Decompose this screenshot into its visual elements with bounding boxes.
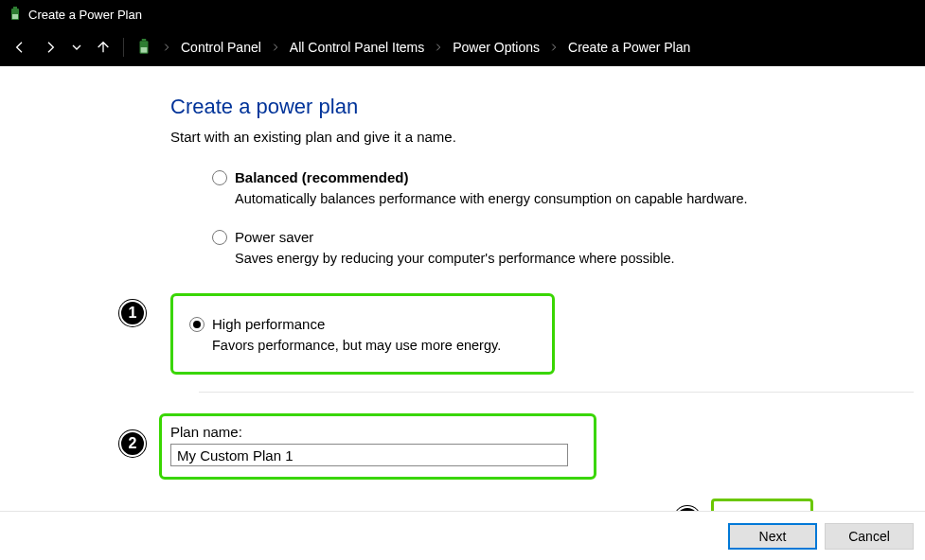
svg-rect-1 <box>13 7 17 9</box>
forward-button[interactable] <box>38 35 62 60</box>
divider <box>199 392 914 393</box>
battery-location-icon <box>135 39 152 56</box>
plan-desc: Favors performance, but may use more ene… <box>212 338 549 353</box>
breadcrumb-item[interactable]: All Control Panel Items <box>290 40 424 55</box>
plan-option-highperf[interactable]: High performance Favors performance, but… <box>189 316 549 353</box>
plan-option-powersaver[interactable]: Power saver Saves energy by reducing you… <box>212 229 875 266</box>
plan-desc: Automatically balances performance with … <box>235 191 875 206</box>
svg-rect-4 <box>142 39 147 41</box>
chevron-right-icon <box>162 40 171 55</box>
navbar: Control Panel All Control Panel Items Po… <box>0 28 925 66</box>
step-badge-2: 2 <box>119 430 146 457</box>
plan-name-label: Plan name: <box>170 424 587 440</box>
cancel-button[interactable]: Cancel <box>825 523 914 550</box>
page-title: Create a power plan <box>170 95 925 119</box>
plan-option-balanced[interactable]: Balanced (recommended) Automatically bal… <box>212 169 875 206</box>
plan-label: Power saver <box>235 229 313 245</box>
breadcrumb-item[interactable]: Power Options <box>453 40 540 55</box>
radio-balanced[interactable] <box>212 170 227 185</box>
radio-powersaver[interactable] <box>212 230 227 245</box>
chevron-right-icon <box>434 40 443 55</box>
breadcrumb-item[interactable]: Control Panel <box>181 40 261 55</box>
page-subtitle: Start with an existing plan and give it … <box>170 129 925 145</box>
svg-rect-2 <box>12 14 18 19</box>
chevron-right-icon <box>549 40 559 55</box>
recent-locations-button[interactable] <box>68 35 85 60</box>
battery-app-icon <box>8 7 23 22</box>
radio-highperf[interactable] <box>189 317 205 332</box>
breadcrumb: Control Panel All Control Panel Items Po… <box>135 39 690 56</box>
plan-label: Balanced (recommended) <box>235 169 408 185</box>
back-button[interactable] <box>8 35 32 60</box>
plan-label: High performance <box>212 316 325 332</box>
step-badge-1: 1 <box>119 300 146 326</box>
plan-desc: Saves energy by reducing your computer's… <box>235 251 875 266</box>
chevron-right-icon <box>271 40 280 55</box>
up-button[interactable] <box>91 35 116 60</box>
titlebar: Create a Power Plan <box>0 0 925 28</box>
window-title: Create a Power Plan <box>28 8 142 22</box>
plan-name-block: Plan name: My Custom Plan 1 <box>170 424 587 466</box>
breadcrumb-item[interactable]: Create a Power Plan <box>568 40 690 55</box>
plan-name-input[interactable]: My Custom Plan 1 <box>170 444 568 466</box>
svg-rect-5 <box>141 47 148 53</box>
next-button[interactable]: Next <box>728 523 817 550</box>
footer: Next Cancel <box>0 511 925 560</box>
nav-divider <box>123 38 124 57</box>
